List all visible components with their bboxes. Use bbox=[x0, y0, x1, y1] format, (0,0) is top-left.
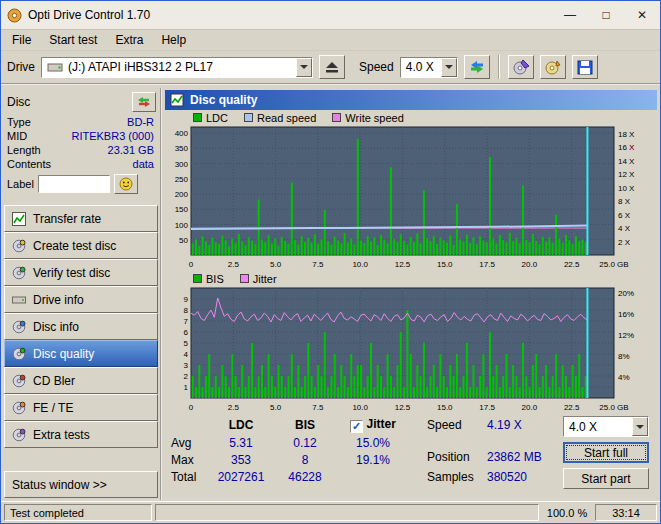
legend-top: LDCRead speedWrite speed bbox=[165, 110, 657, 125]
sidebar-item-cd-bler[interactable]: CD Bler bbox=[4, 367, 158, 394]
sidebar-item-disc-info[interactable]: Disc info bbox=[4, 313, 158, 340]
erase-disc-button[interactable] bbox=[508, 55, 534, 79]
sidebar-item-label: Verify test disc bbox=[33, 266, 110, 280]
svg-text:18 X: 18 X bbox=[618, 130, 635, 139]
start-part-button[interactable]: Start part bbox=[563, 468, 649, 489]
speed-label: Speed bbox=[359, 60, 394, 74]
svg-text:12 X: 12 X bbox=[618, 170, 635, 179]
status-window-label: Status window >> bbox=[12, 478, 107, 492]
menu-item-start-test[interactable]: Start test bbox=[40, 31, 106, 49]
close-button[interactable]: ✕ bbox=[624, 1, 660, 29]
svg-text:15.0: 15.0 bbox=[437, 260, 453, 269]
sidebar-item-create-test-disc[interactable]: Create test disc bbox=[4, 232, 158, 259]
disc-info-row-mid: MIDRITEKBR3 (000) bbox=[4, 129, 158, 143]
position-stat-label: Position bbox=[427, 450, 470, 464]
jitter-checkbox[interactable]: ✓ bbox=[350, 420, 363, 433]
refresh-button[interactable] bbox=[464, 55, 490, 79]
status-text: Test completed bbox=[4, 504, 152, 521]
maximize-button[interactable]: □ bbox=[588, 1, 624, 29]
svg-text:2.5: 2.5 bbox=[228, 260, 240, 269]
discinfo-icon bbox=[12, 320, 26, 334]
drive-select-arrow[interactable] bbox=[296, 58, 312, 77]
svg-text:350: 350 bbox=[175, 144, 189, 153]
start-full-button[interactable]: Start full bbox=[563, 442, 649, 463]
svg-text:6 X: 6 X bbox=[618, 211, 631, 220]
menu-item-help[interactable]: Help bbox=[152, 31, 195, 49]
menu-bar: FileStart testExtraHelp bbox=[1, 30, 660, 51]
svg-text:12.5: 12.5 bbox=[395, 403, 411, 412]
label-input[interactable] bbox=[38, 175, 110, 193]
bler-icon bbox=[12, 374, 26, 388]
svg-text:300: 300 bbox=[175, 160, 189, 169]
sidebar-item-label: CD Bler bbox=[33, 374, 75, 388]
svg-text:400: 400 bbox=[175, 129, 189, 138]
svg-text:3: 3 bbox=[184, 361, 189, 370]
svg-text:16%: 16% bbox=[618, 310, 634, 319]
sidebar-item-disc-quality[interactable]: Disc quality bbox=[4, 340, 158, 367]
info-label: MID bbox=[7, 130, 27, 142]
legend-swatch bbox=[240, 274, 249, 283]
sidebar-item-fe-te[interactable]: FE / TE bbox=[4, 394, 158, 421]
svg-text:4%: 4% bbox=[618, 373, 630, 382]
test-speed-select-arrow[interactable] bbox=[632, 417, 648, 436]
svg-text:5: 5 bbox=[184, 339, 189, 348]
sidebar-item-label: Disc info bbox=[33, 320, 79, 334]
svg-text:6: 6 bbox=[184, 328, 189, 337]
svg-text:22.5: 22.5 bbox=[564, 403, 580, 412]
label-edit-button[interactable] bbox=[114, 174, 138, 194]
svg-text:10.0: 10.0 bbox=[352, 403, 368, 412]
svg-text:2.5: 2.5 bbox=[228, 403, 240, 412]
speed-select-arrow[interactable] bbox=[441, 58, 457, 77]
disc-refresh-button[interactable] bbox=[132, 92, 156, 112]
svg-text:7.5: 7.5 bbox=[312, 403, 324, 412]
max-jitter: 19.1% bbox=[333, 453, 413, 467]
max-bis: 8 bbox=[277, 453, 333, 467]
legend-swatch bbox=[332, 113, 341, 122]
sidebar-item-extra-tests[interactable]: Extra tests bbox=[4, 421, 158, 448]
drive-select-value: (J:) ATAPI iHBS312 2 PL17 bbox=[68, 60, 213, 74]
eject-icon bbox=[326, 62, 338, 73]
svg-text:9: 9 bbox=[184, 295, 189, 304]
section-header: Disc quality bbox=[165, 90, 657, 110]
sidebar-item-label: Drive info bbox=[33, 293, 84, 307]
test-speed-select[interactable]: 4.0 X bbox=[563, 416, 649, 437]
info-label: Length bbox=[7, 144, 41, 156]
svg-text:8 X: 8 X bbox=[618, 197, 631, 206]
speed-select[interactable]: 4.0 X bbox=[400, 57, 458, 78]
svg-text:7.5: 7.5 bbox=[312, 260, 324, 269]
sidebar-item-verify-test-disc[interactable]: Verify test disc bbox=[4, 259, 158, 286]
label-row: Label bbox=[4, 171, 158, 196]
svg-text:12%: 12% bbox=[618, 331, 634, 340]
samples-stat-value: 380520 bbox=[487, 470, 527, 484]
progress-bar bbox=[155, 504, 539, 521]
menu-item-file[interactable]: File bbox=[3, 31, 40, 49]
svg-text:20%: 20% bbox=[618, 289, 634, 298]
bis-column-header: BIS bbox=[277, 418, 333, 432]
sidebar-item-label: Extra tests bbox=[33, 428, 90, 442]
legend-label: Read speed bbox=[257, 112, 316, 124]
avg-ldc: 5.31 bbox=[209, 436, 273, 450]
svg-text:150: 150 bbox=[175, 205, 189, 214]
svg-text:15.0: 15.0 bbox=[437, 403, 453, 412]
eject-button[interactable] bbox=[319, 55, 345, 79]
verify-icon bbox=[12, 266, 26, 280]
legend-item-jitter: Jitter bbox=[240, 273, 277, 285]
burn-disc-icon bbox=[544, 59, 562, 75]
save-button[interactable] bbox=[572, 55, 598, 79]
total-ldc: 2027261 bbox=[209, 470, 273, 484]
section-header-title: Disc quality bbox=[190, 93, 257, 107]
extra-icon bbox=[12, 428, 26, 442]
burn-disc-button[interactable] bbox=[540, 55, 566, 79]
status-window-button[interactable]: Status window >> bbox=[4, 471, 158, 498]
test-speed-select-value: 4.0 X bbox=[569, 420, 597, 434]
sidebar-item-transfer-rate[interactable]: Transfer rate bbox=[4, 205, 158, 232]
disc-info-list: TypeBD-RMIDRITEKBR3 (000)Length23.31 GBC… bbox=[4, 115, 158, 171]
sidebar-item-drive-info[interactable]: Drive info bbox=[4, 286, 158, 313]
svg-text:4: 4 bbox=[184, 350, 189, 359]
minimize-button[interactable]: — bbox=[552, 1, 588, 29]
svg-text:100: 100 bbox=[175, 221, 189, 230]
menu-item-extra[interactable]: Extra bbox=[106, 31, 152, 49]
svg-text:14 X: 14 X bbox=[618, 157, 635, 166]
svg-text:4 X: 4 X bbox=[618, 224, 631, 233]
drive-select[interactable]: (J:) ATAPI iHBS312 2 PL17 bbox=[41, 57, 313, 78]
